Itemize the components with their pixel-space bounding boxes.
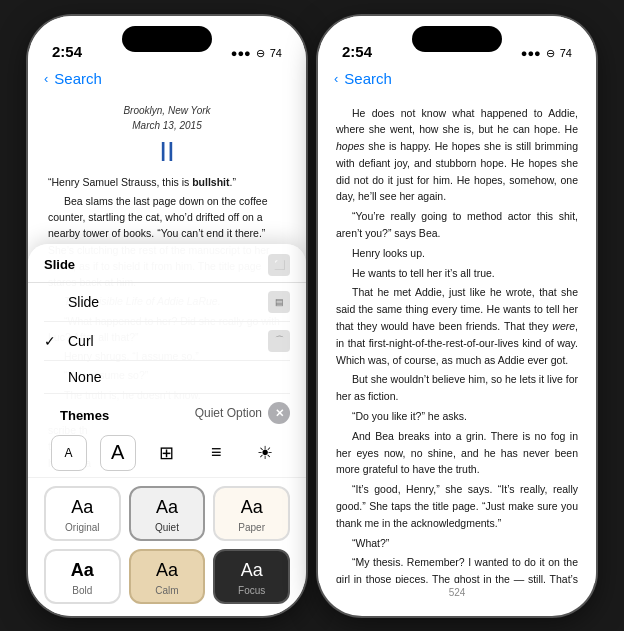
- dynamic-island-right: [412, 26, 502, 52]
- rp-1: He does not know what happened to Addie,…: [336, 105, 578, 206]
- back-chevron-icon: ‹: [44, 71, 48, 86]
- rp-5: That he met Addie, just like he wrote, t…: [336, 284, 578, 368]
- slide-label: Slide: [68, 294, 99, 310]
- page-number: 524: [318, 583, 596, 602]
- theme-bold-label: Aa: [71, 561, 94, 579]
- rp-11: “My thesis. Remember? I wanted to do it …: [336, 554, 578, 582]
- theme-original[interactable]: Aa Original: [44, 486, 121, 541]
- theme-focus-label: Aa: [241, 561, 263, 579]
- search-label-left[interactable]: Search: [54, 70, 102, 87]
- rp-7: “Do you like it?” he asks.: [336, 408, 578, 425]
- brightness-icon[interactable]: ☀: [247, 435, 283, 471]
- rp-2: “You’re really going to method actor thi…: [336, 208, 578, 242]
- time-right: 2:54: [342, 43, 372, 60]
- search-label-right[interactable]: Search: [344, 70, 392, 87]
- theme-focus-name: Focus: [238, 585, 265, 596]
- transition-slide[interactable]: Slide ▤: [44, 283, 290, 322]
- theme-paper-name: Paper: [238, 522, 265, 533]
- quiet-option-label: Quiet Option: [195, 406, 262, 420]
- themes-label: Themes: [44, 400, 125, 427]
- dynamic-island: [122, 26, 212, 52]
- search-bar-right[interactable]: ‹ Search: [318, 66, 596, 93]
- rp-6: But she wouldn’t believe him, so he lets…: [336, 371, 578, 405]
- theme-calm-label: Aa: [156, 561, 178, 579]
- transition-options: Slide ▤ ✓ Curl ⌒ None: [28, 283, 306, 394]
- battery-icon: 74: [270, 47, 282, 59]
- right-phone: 2:54 ●●● ⊖ 74 ‹ Search He does not know …: [318, 16, 596, 616]
- panel-header: Slide ⬜: [28, 254, 306, 283]
- slide-icon: ⬜: [268, 254, 290, 276]
- theme-quiet-name: Quiet: [155, 522, 179, 533]
- theme-calm[interactable]: Aa Calm: [129, 549, 206, 604]
- theme-quiet-label: Aa: [156, 498, 178, 516]
- theme-calm-name: Calm: [155, 585, 178, 596]
- rp-3: Henry looks up.: [336, 245, 578, 262]
- font-decrease-button[interactable]: A: [51, 435, 87, 471]
- search-bar-left[interactable]: ‹ Search: [28, 66, 306, 93]
- curl-label: Curl: [68, 333, 94, 349]
- theme-focus[interactable]: Aa Focus: [213, 549, 290, 604]
- left-phone: 2:54 ●●● ⊖ 74 ‹ Search Brooklyn, New Yor…: [28, 16, 306, 616]
- panel-title: Slide: [44, 257, 75, 272]
- slide-icon-right: ▤: [268, 291, 290, 313]
- rp-8: And Bea breaks into a grin. There is no …: [336, 428, 578, 478]
- theme-original-label: Aa: [71, 498, 93, 516]
- transition-curl[interactable]: ✓ Curl ⌒: [44, 322, 290, 361]
- rp-9: “It’s good, Henry,” she says. “It’s real…: [336, 481, 578, 531]
- status-icons-left: ●●● ⊖ 74: [231, 47, 282, 60]
- para-1: “Henry Samuel Strauss, this is bullshit.…: [48, 174, 286, 190]
- time-left: 2:54: [52, 43, 82, 60]
- right-book-content: He does not know what happened to Addie,…: [318, 93, 596, 583]
- status-icons-right: ●●● ⊖ 74: [521, 47, 572, 60]
- curl-icon-right: ⌒: [268, 330, 290, 352]
- transition-none[interactable]: None: [44, 361, 290, 394]
- overlay-panel: Slide ⬜ Slide ▤ ✓ Curl: [28, 244, 306, 616]
- battery-icon-right: 74: [560, 47, 572, 59]
- font-style-icon[interactable]: ⊞: [149, 435, 185, 471]
- font-controls: A A ⊞ ≡ ☀: [28, 429, 306, 478]
- theme-bold-name: Bold: [72, 585, 92, 596]
- theme-grid: Aa Original Aa Quiet Aa Paper Aa Bold Aa: [28, 478, 306, 616]
- none-label: None: [68, 369, 101, 385]
- rp-4: He wants to tell her it’s all true.: [336, 265, 578, 282]
- wifi-icon-right: ⊖: [546, 47, 555, 60]
- theme-paper-label: Aa: [241, 498, 263, 516]
- text-align-icon[interactable]: ≡: [198, 435, 234, 471]
- font-increase-button[interactable]: A: [100, 435, 136, 471]
- theme-quiet[interactable]: Aa Quiet: [129, 486, 206, 541]
- book-location: Brooklyn, New YorkMarch 13, 2015: [48, 103, 286, 134]
- rp-10: “What?”: [336, 535, 578, 552]
- curl-checkmark: ✓: [44, 333, 60, 349]
- panel-close-button[interactable]: ✕: [268, 402, 290, 424]
- theme-paper[interactable]: Aa Paper: [213, 486, 290, 541]
- theme-original-name: Original: [65, 522, 99, 533]
- theme-bold[interactable]: Aa Bold: [44, 549, 121, 604]
- wifi-icon: ⊖: [256, 47, 265, 60]
- chapter-number: II: [48, 138, 286, 166]
- signal-icon-right: ●●●: [521, 47, 541, 59]
- signal-icon: ●●●: [231, 47, 251, 59]
- back-chevron-icon-right: ‹: [334, 71, 338, 86]
